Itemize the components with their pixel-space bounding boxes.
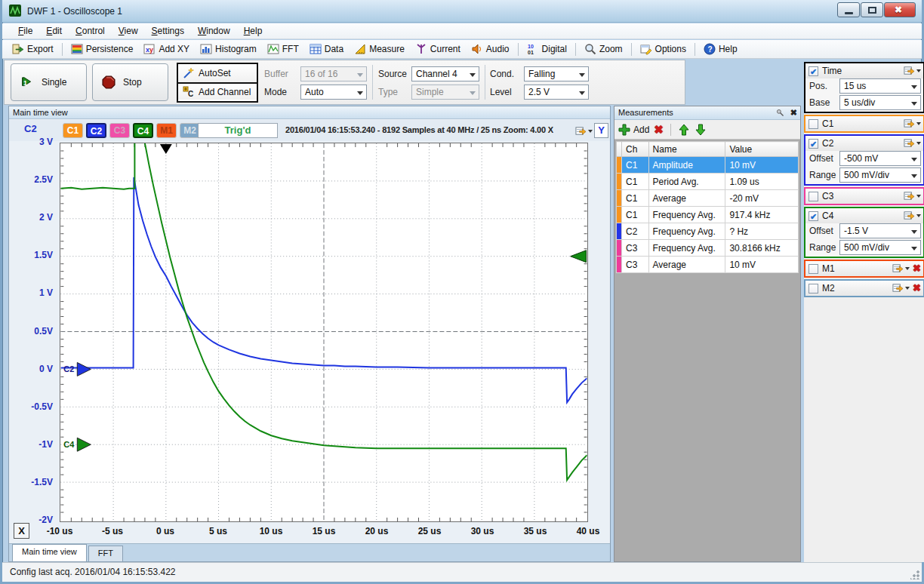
menu-help[interactable]: Help — [237, 23, 270, 38]
level-value: 2.5 V — [528, 87, 550, 97]
toolbar-export-button[interactable]: Export — [7, 41, 59, 57]
source-select[interactable]: Channel 4 — [411, 66, 479, 81]
y-axis-button[interactable]: Y — [594, 123, 608, 138]
menu-window[interactable]: Window — [191, 23, 237, 38]
tab-fft[interactable]: FFT — [88, 546, 123, 561]
x-tick-label: 40 us — [562, 526, 614, 536]
offset-marker-c2[interactable] — [77, 362, 91, 376]
measurement-row[interactable]: C3Average10 mV — [617, 257, 799, 273]
type-select[interactable]: Simple — [411, 85, 479, 100]
channel-button-c1[interactable]: C1 — [63, 123, 83, 138]
menu-file[interactable]: File — [11, 23, 39, 38]
channel-button-c3[interactable]: C3 — [109, 123, 130, 138]
measurement-row[interactable]: C1Average-20 mV — [617, 190, 799, 207]
toolbar-digital-button[interactable]: 1001Digital — [522, 41, 572, 57]
menu-settings[interactable]: Settings — [145, 23, 191, 38]
channel-button-m2[interactable]: M2 — [180, 123, 200, 138]
move-down-button[interactable] — [695, 124, 707, 136]
measurement-row[interactable]: C1Period Avg.1.09 us — [617, 174, 799, 190]
chevron-down-icon — [911, 102, 917, 106]
measurement-row[interactable]: C2Frequency Avg.? Hz — [617, 223, 799, 240]
channel-color-stripe — [617, 257, 622, 273]
chevron-down-icon — [357, 73, 363, 77]
offset-marker-c4[interactable] — [77, 438, 91, 451]
panel-time-base-select[interactable]: 5 us/div — [839, 95, 921, 110]
buffer-select[interactable]: 16 of 16 — [300, 66, 367, 81]
field-label: Base — [809, 97, 839, 108]
panel-c4-checkbox[interactable]: ✔ — [808, 211, 818, 221]
menu-edit[interactable]: Edit — [39, 23, 69, 38]
toolbar-data-button[interactable]: Data — [304, 41, 349, 57]
mode-select[interactable]: Auto — [300, 85, 367, 100]
panel-m2-delete-button[interactable]: ✖ — [913, 282, 921, 294]
column-header-value[interactable]: Value — [725, 142, 799, 157]
channel-button-m1[interactable]: M1 — [156, 123, 177, 138]
toolbar-help-button[interactable]: ?Help — [698, 41, 743, 57]
minimize-button[interactable] — [837, 2, 860, 17]
svg-text:y: y — [149, 46, 153, 54]
x-axis-button[interactable]: X — [14, 523, 29, 539]
panel-c3-checkbox[interactable] — [808, 192, 818, 201]
cond-select[interactable]: Falling — [524, 66, 589, 81]
panel-c3-options-button[interactable] — [904, 190, 921, 201]
resize-grip[interactable] — [910, 570, 919, 579]
panel-c4-header: ✔C4 — [805, 208, 923, 223]
toolbar-fft-button[interactable]: FFT — [262, 41, 304, 57]
tab-main-time-view[interactable]: Main time view — [12, 544, 87, 561]
panel-m2-checkbox[interactable] — [808, 284, 818, 294]
plot-options-button[interactable] — [575, 125, 593, 137]
measurement-row[interactable]: C3Frequency Avg.30.8166 kHz — [617, 240, 799, 257]
move-up-button[interactable] — [678, 124, 690, 136]
channel-button-c2[interactable]: C2 — [86, 123, 106, 138]
maximize-button[interactable] — [861, 2, 883, 17]
panel-c1-checkbox[interactable] — [808, 119, 818, 129]
panel-c4-options-button[interactable] — [904, 210, 921, 221]
level-select[interactable]: 2.5 V — [524, 85, 589, 100]
panel-c2-range-select[interactable]: 500 mV/div — [839, 168, 921, 183]
panel-m1-options-button[interactable] — [892, 263, 910, 274]
delete-measurement-button[interactable]: ✖ — [654, 123, 664, 137]
menu-control[interactable]: Control — [69, 23, 112, 38]
panel-m1-checkbox[interactable] — [808, 264, 818, 274]
panel-time-checkbox[interactable]: ✔ — [808, 66, 818, 76]
panel-m2-options-button[interactable] — [892, 282, 910, 294]
panel-c1-options-button[interactable] — [904, 118, 921, 129]
panel-c4-range-select[interactable]: 500 mV/div — [839, 240, 921, 255]
measurement-row[interactable]: C1Amplitude10 mV — [617, 157, 799, 174]
add-channel-button[interactable]: C Add Channel — [178, 82, 257, 100]
panel-time-options-button[interactable] — [904, 65, 921, 76]
single-button[interactable]: 1 Single — [11, 63, 87, 101]
toolbar-options-button[interactable]: Options — [635, 41, 691, 57]
panel-c4-label: C4 — [822, 211, 833, 221]
measurement-name: Average — [648, 190, 725, 207]
column-header-ch[interactable]: Ch — [621, 142, 648, 157]
panel-c4-offset-select[interactable]: -1.5 V — [839, 223, 921, 238]
panel-c2-options-button[interactable] — [904, 137, 921, 149]
trigger-position-marker[interactable] — [160, 144, 172, 154]
menu-view[interactable]: View — [112, 23, 145, 38]
autoset-button[interactable]: AutoSet — [178, 64, 257, 82]
toolbar-zoom-button[interactable]: Zoom — [579, 41, 628, 57]
stop-button[interactable]: Stop — [92, 63, 168, 101]
panel-c2-offset-select[interactable]: -500 mV — [839, 151, 921, 166]
panel-c2-checkbox[interactable]: ✔ — [808, 139, 818, 149]
add-measurement-button[interactable]: Add — [618, 124, 649, 136]
oscilloscope-plot[interactable]: C2C4 — [60, 143, 588, 522]
toolbar-add-xy-button[interactable]: xyAdd XY — [138, 41, 195, 57]
toolbar-histogram-button[interactable]: Histogram — [195, 41, 262, 57]
measurement-row[interactable]: C1Frequency Avg.917.4 kHz — [617, 207, 799, 223]
column-header-name[interactable]: Name — [648, 142, 725, 157]
toolbar-measure-button[interactable]: Measure — [349, 41, 410, 57]
panel-c1: C1 — [804, 115, 924, 133]
toolbar-audio-button[interactable]: Audio — [466, 41, 515, 57]
pin-icon[interactable] — [775, 108, 785, 118]
panel-close-icon[interactable]: ✖ — [790, 108, 797, 118]
toolbar-current-button[interactable]: Current — [410, 41, 466, 57]
panel-time-pos-select[interactable]: 15 us — [839, 78, 921, 94]
toolbar-persistence-button[interactable]: Persistence — [66, 41, 139, 57]
doc-title-bar: Main time view — [9, 106, 610, 119]
trigger-level-marker[interactable] — [571, 251, 587, 263]
panel-m1-delete-button[interactable]: ✖ — [913, 263, 921, 274]
channel-button-c4[interactable]: C4 — [133, 123, 153, 138]
close-button[interactable]: ✖ — [884, 2, 916, 17]
